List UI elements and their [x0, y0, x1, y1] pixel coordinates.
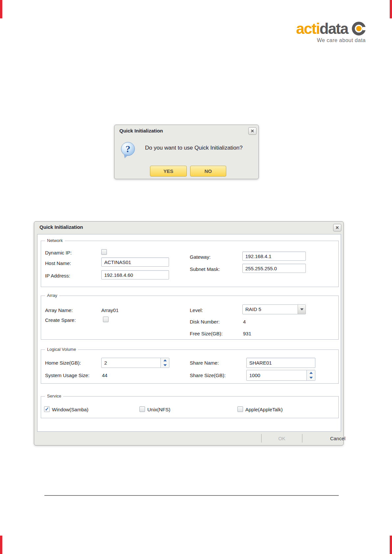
- question-icon: ?: [121, 142, 135, 156]
- combo-trigger-button[interactable]: [298, 305, 306, 314]
- arrow-up-icon: [163, 359, 167, 361]
- no-button[interactable]: NO: [190, 166, 226, 177]
- share-size-label: Share Size(GB):: [190, 373, 226, 378]
- array-name-label: Array Name:: [45, 307, 73, 313]
- arrow-up-icon: [309, 372, 313, 374]
- spinner-up-button[interactable]: [161, 358, 169, 363]
- logo-acti-text: acti: [296, 20, 319, 37]
- share-name-label: Share Name:: [190, 360, 219, 366]
- free-size-label: Free Size(GB):: [190, 331, 223, 336]
- close-icon: ✕: [251, 129, 254, 133]
- gateway-input[interactable]: [242, 252, 306, 261]
- cancel-button[interactable]: Cancel: [303, 432, 373, 445]
- network-legend: Network: [45, 238, 65, 243]
- logo-data-text: data: [319, 20, 348, 37]
- spinner-down-button[interactable]: [307, 375, 315, 381]
- disk-number-label: Disk Number:: [190, 319, 220, 325]
- alert-dialog-title: Quick Initialization: [119, 128, 163, 133]
- system-usage-value: 44: [102, 373, 108, 378]
- share-size-input[interactable]: [247, 370, 306, 380]
- form-close-button[interactable]: ✕: [333, 224, 341, 231]
- dynamic-ip-checkbox[interactable]: [101, 249, 107, 255]
- ip-address-label: IP Address:: [45, 273, 70, 278]
- alert-close-button[interactable]: ✕: [248, 127, 257, 135]
- logo-wordmark: actidata: [296, 21, 348, 36]
- logo-tagline: We care about data: [296, 37, 366, 43]
- yes-button[interactable]: YES: [150, 166, 187, 177]
- ip-address-input[interactable]: [101, 270, 169, 279]
- apple-appletalk-checkbox[interactable]: [237, 406, 243, 412]
- share-size-spinner: [246, 370, 315, 381]
- actidata-logo-icon: [352, 22, 366, 36]
- apple-appletalk-label: Apple(AppleTalk): [245, 407, 282, 412]
- unix-nfs-checkbox[interactable]: [139, 406, 145, 412]
- actidata-logo: actidata We care about data: [296, 21, 366, 43]
- raid-level-value: RAID 5: [243, 305, 298, 314]
- create-spare-label: Create Spare:: [45, 317, 76, 323]
- host-name-input[interactable]: [101, 257, 169, 267]
- chevron-down-icon: [300, 308, 304, 310]
- crop-mark: [0, 0, 2, 18]
- crop-mark: [390, 0, 392, 18]
- crop-mark: [0, 536, 2, 554]
- spinner-up-button[interactable]: [307, 370, 315, 375]
- level-label: Level:: [190, 307, 203, 313]
- home-size-input[interactable]: [102, 358, 160, 368]
- window-samba-checkbox[interactable]: [44, 406, 50, 412]
- host-name-label: Host Name:: [45, 260, 71, 266]
- free-size-value: 931: [243, 331, 251, 336]
- create-spare-checkbox[interactable]: [103, 317, 109, 322]
- array-legend: Array: [45, 293, 59, 298]
- arrow-down-icon: [309, 377, 313, 379]
- form-footer: OK Cancel: [35, 432, 343, 445]
- crop-mark: [390, 536, 392, 554]
- disk-number-value: 4: [243, 319, 246, 325]
- spinner-down-button[interactable]: [161, 363, 169, 368]
- arrow-down-icon: [163, 364, 167, 366]
- form-body-panel: Network Array Logical Volume Service Dyn…: [37, 234, 341, 432]
- gateway-label: Gateway:: [190, 254, 210, 260]
- quick-initialization-form-dialog: Quick Initialization ✕ Network Array Log…: [34, 221, 344, 446]
- home-size-label: Home Size(GB):: [45, 360, 81, 366]
- footer-rule: [44, 495, 339, 496]
- document-page: actidata We care about data Quick Initia…: [0, 0, 392, 554]
- close-icon: ✕: [335, 225, 339, 230]
- form-dialog-title: Quick Initialization: [39, 224, 83, 230]
- unix-nfs-label: Unix(NFS): [147, 407, 170, 412]
- service-legend: Service: [45, 394, 63, 398]
- subnet-mask-input[interactable]: [242, 264, 306, 273]
- subnet-mask-label: Subnet Mask:: [190, 266, 220, 272]
- array-name-value: Array01: [101, 307, 119, 313]
- raid-level-select[interactable]: RAID 5: [242, 304, 306, 314]
- ok-button[interactable]: OK: [262, 432, 302, 445]
- logical-volume-legend: Logical Volume: [45, 347, 78, 352]
- window-samba-label: Window(Samba): [52, 407, 88, 412]
- share-name-input[interactable]: [246, 358, 315, 368]
- dynamic-ip-label: Dynamic IP:: [45, 250, 72, 255]
- home-size-spinner: [101, 358, 169, 368]
- quick-initialization-alert-dialog: Quick Initialization ✕ ? Do you want to …: [114, 125, 259, 179]
- alert-message: Do you want to use Quick Initialization?: [145, 145, 243, 151]
- system-usage-label: System Usage Size:: [45, 373, 89, 378]
